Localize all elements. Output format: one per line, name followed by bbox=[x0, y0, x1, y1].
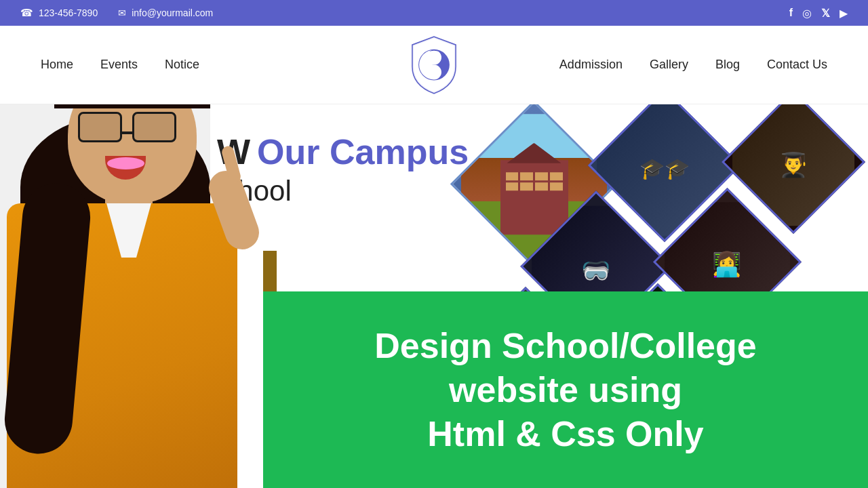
svg-point-1 bbox=[432, 55, 436, 59]
nav-admission[interactable]: Addmission bbox=[559, 58, 623, 72]
nav-right: Addmission Gallery Blog Contact Us bbox=[559, 58, 827, 72]
nav-blog[interactable]: Blog bbox=[715, 58, 740, 72]
logo[interactable] bbox=[407, 35, 461, 96]
nav-contact[interactable]: Contact Us bbox=[767, 58, 827, 72]
banner-text: Design School/College website using Html… bbox=[374, 324, 756, 456]
email-contact: ✉ info@yourmail.com bbox=[118, 7, 213, 18]
facebook-icon[interactable]: f bbox=[789, 7, 793, 19]
email-icon: ✉ bbox=[118, 7, 126, 18]
bottom-banner: Design School/College website using Html… bbox=[263, 291, 868, 488]
youtube-icon[interactable]: ▶ bbox=[840, 7, 848, 20]
phone-number: 123-456-7890 bbox=[39, 7, 98, 18]
email-address: info@yourmail.com bbox=[132, 7, 213, 18]
brown-accent bbox=[263, 251, 277, 291]
phone-contact: ☎ 123-456-7890 bbox=[20, 7, 98, 19]
top-bar: ☎ 123-456-7890 ✉ info@yourmail.com f ◎ 𝕏… bbox=[0, 0, 868, 26]
navbar: Home Events Notice Addmission Gallery Bl… bbox=[0, 26, 868, 104]
hero-section: W Our Campus Chool bbox=[0, 104, 868, 488]
social-links: f ◎ 𝕏 ▶ bbox=[789, 7, 848, 20]
twitter-icon[interactable]: 𝕏 bbox=[821, 7, 830, 20]
nav-left: Home Events Notice bbox=[41, 58, 199, 72]
nav-events[interactable]: Events bbox=[100, 58, 138, 72]
nav-home[interactable]: Home bbox=[41, 58, 73, 72]
person-figure bbox=[0, 104, 271, 488]
instagram-icon[interactable]: ◎ bbox=[802, 7, 812, 20]
hero-title: Our Campus bbox=[257, 131, 469, 172]
nav-notice[interactable]: Notice bbox=[165, 58, 199, 72]
nav-gallery[interactable]: Gallery bbox=[650, 58, 688, 72]
phone-icon: ☎ bbox=[20, 7, 33, 19]
